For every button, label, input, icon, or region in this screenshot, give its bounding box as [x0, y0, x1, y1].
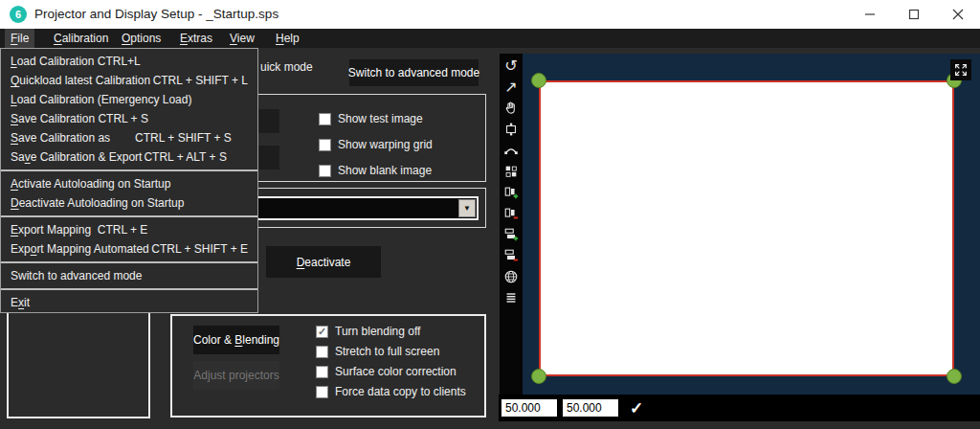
switch-to-advanced-mode-button[interactable]: Switch to advanced mode	[349, 59, 479, 86]
preview-canvas[interactable]	[523, 54, 980, 395]
show-warping-grid-checkbox[interactable]	[319, 139, 331, 151]
app-window: 6 Projector and Display Setup - _Startup…	[0, 0, 980, 429]
checkbox-label: Stretch to full screen	[335, 345, 439, 358]
menu-item-save-calibration[interactable]: Save Calibration CTRL + S	[1, 109, 257, 128]
menu-item-save-calibration-export[interactable]: Save Calibration & Export CTRL + ALT + S	[1, 147, 257, 167]
rotate-ccw-icon[interactable]: ↺	[502, 57, 520, 75]
checkbox-label: Force data copy to clients	[335, 385, 466, 398]
remove-group-icon[interactable]	[502, 247, 520, 264]
globe-icon[interactable]	[502, 268, 520, 285]
checkbox-label: Surface color correction	[335, 365, 457, 378]
combobox-dropdown-button[interactable]: ▼	[458, 199, 476, 217]
checkbox-row: Show blank image	[319, 164, 432, 177]
menu-separator	[1, 288, 257, 290]
menubar: File Calibration Options Extras View Hel…	[0, 29, 980, 48]
menu-separator	[1, 215, 257, 217]
menu-item-deactivate-autoloading[interactable]: Deactivate Autoloading on Startup	[1, 193, 257, 213]
menu-calibration[interactable]: Calibration	[48, 29, 114, 48]
force-data-copy-checkbox[interactable]	[316, 386, 328, 398]
menu-item-export-mapping-automated[interactable]: Export Mapping Automated CTRL + SHIFT + …	[1, 239, 257, 259]
selection-handles-icon[interactable]	[502, 121, 520, 138]
preview-panel: ↺ ↗	[499, 54, 980, 421]
corner-handle-top-left[interactable]	[531, 73, 546, 88]
titlebar: 6 Projector and Display Setup - _Startup…	[0, 0, 980, 29]
confirm-check-icon[interactable]: ✓	[625, 396, 648, 419]
mode-label-fragment: uick mode	[260, 57, 313, 77]
warp-arc-icon[interactable]	[502, 142, 520, 159]
maximize-button[interactable]	[892, 0, 936, 29]
remove-display-icon[interactable]	[502, 205, 520, 222]
grid-squares-icon[interactable]	[502, 163, 520, 180]
checkbox-label: Turn blending off	[335, 325, 420, 338]
check-icon: ✓	[318, 327, 326, 337]
turn-blending-off-checkbox[interactable]: ✓	[316, 326, 328, 338]
show-test-image-checkbox[interactable]	[319, 113, 331, 125]
adjust-projectors-button: Adjust projectors	[193, 361, 279, 390]
menu-item-activate-autoloading[interactable]: Activate Autoloading on Startup	[1, 174, 257, 193]
maximize-icon	[908, 9, 920, 20]
menu-separator	[1, 261, 257, 263]
add-group-icon[interactable]	[502, 226, 520, 243]
menu-item-quickload-latest[interactable]: Quickload latest Calibration CTRL + SHIF…	[1, 71, 257, 90]
checkbox-row: Show warping grid	[319, 138, 433, 151]
corner-handle-bottom-left[interactable]	[531, 369, 546, 384]
checkbox-row: Surface color correction	[316, 365, 457, 378]
menu-help[interactable]: Help	[270, 29, 305, 48]
expand-arrows-icon	[953, 62, 969, 78]
checkbox-row: Show test image	[319, 112, 423, 125]
menu-item-export-mapping[interactable]: Export Mapping CTRL + E	[1, 220, 257, 239]
list-icon[interactable]	[502, 289, 520, 306]
corner-handle-bottom-right[interactable]	[947, 369, 962, 384]
show-blank-image-checkbox[interactable]	[319, 165, 331, 177]
color-blending-button[interactable]: Color & Blending	[193, 326, 279, 354]
menu-file[interactable]: File	[5, 29, 34, 48]
chevron-down-icon: ▼	[463, 204, 471, 213]
coord-x-input[interactable]	[501, 399, 557, 417]
menu-item-exit[interactable]: Exit	[1, 293, 257, 312]
menu-item-switch-advanced-mode[interactable]: Switch to advanced mode	[1, 266, 257, 285]
minimize-icon	[864, 9, 876, 20]
deactivate-button[interactable]: Deactivate	[266, 246, 381, 278]
menu-view[interactable]: View	[224, 29, 260, 48]
file-menu-dropdown: Load Calibration CTRL+L Quickload latest…	[0, 48, 258, 313]
checkbox-label: Show test image	[338, 112, 423, 125]
screen-surface[interactable]	[539, 80, 954, 376]
app-logo-icon: 6	[10, 6, 27, 23]
stretch-to-full-screen-checkbox[interactable]	[316, 346, 328, 358]
menu-separator	[1, 169, 257, 171]
close-button[interactable]	[936, 0, 980, 29]
checkbox-label: Show warping grid	[338, 138, 433, 151]
window-controls	[848, 0, 980, 29]
menu-options[interactable]: Options	[116, 29, 167, 48]
add-display-icon[interactable]	[502, 184, 520, 201]
checkbox-label: Show blank image	[338, 164, 432, 177]
arrow-diagonal-icon[interactable]: ↗	[502, 79, 520, 96]
close-icon	[952, 9, 964, 20]
minimize-button[interactable]	[848, 0, 892, 29]
coordinate-bar: ✓	[499, 395, 980, 421]
preview-toolbar: ↺ ↗	[500, 54, 523, 395]
coord-y-input[interactable]	[563, 399, 618, 417]
checkbox-row: ✓ Turn blending off	[316, 325, 420, 338]
checkbox-row: Stretch to full screen	[316, 345, 439, 358]
surface-color-correction-checkbox[interactable]	[316, 366, 328, 378]
menu-item-load-calibration[interactable]: Load Calibration CTRL+L	[1, 52, 257, 71]
checkbox-row: Force data copy to clients	[316, 385, 466, 398]
menu-extras[interactable]: Extras	[174, 29, 218, 48]
menu-item-load-emergency[interactable]: Load Calibration (Emergency Load)	[1, 90, 257, 109]
window-title: Projector and Display Setup - _Startup.s…	[34, 0, 278, 29]
fullscreen-expand-button[interactable]	[950, 59, 971, 80]
hand-pan-icon[interactable]	[502, 100, 520, 117]
menu-item-save-calibration-as[interactable]: Save Calibration as CTRL + SHIFT + S	[1, 128, 257, 147]
